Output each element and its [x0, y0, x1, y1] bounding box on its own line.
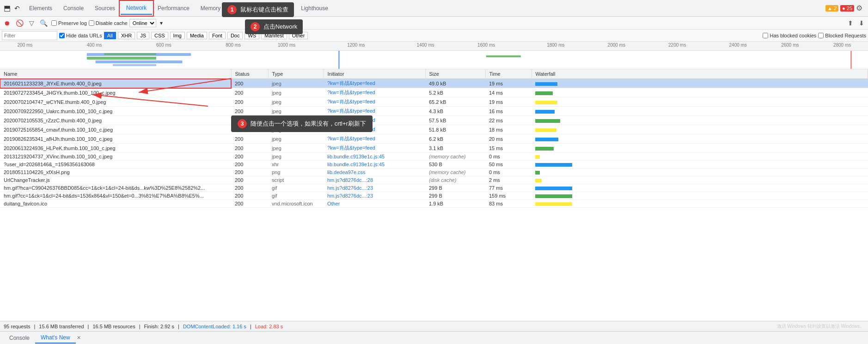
- cell-initiator: hm.js?d8276dc...:23: [324, 192, 425, 200]
- initiator-link[interactable]: ?kw=肖战&type=feed: [327, 90, 375, 95]
- col-time[interactable]: Time: [485, 69, 532, 79]
- initiator-link[interactable]: hm.js?d8276dc...:28: [327, 177, 373, 183]
- preserve-log-label[interactable]: Preserve log: [51, 20, 87, 26]
- filter-css-btn[interactable]: CSS: [151, 32, 168, 39]
- table-row[interactable]: 20190727233454_JHGYk.thumb.100_100_c.jpe…: [0, 88, 868, 97]
- table-row[interactable]: duitang_favicon.ico 200 vnd.microsoft.ic…: [0, 200, 868, 208]
- tooltip-1-text: 鼠标右键点击检查: [240, 6, 288, 13]
- cell-time: 15 ms: [485, 144, 532, 153]
- filter-js-btn[interactable]: JS: [137, 32, 149, 39]
- cell-status: 200: [231, 176, 268, 184]
- tooltip-3: 3 随便点击一个选项，如果没有，crtl+r刷新下: [231, 115, 373, 132]
- table-row[interactable]: 20131219204737_XVinc.thumb.100_100_c.jpe…: [0, 153, 868, 161]
- requests-count: 95 requests: [4, 324, 30, 329]
- table-row[interactable]: hm.gif?hca=C990426376BBD085&cc=1&ck=1&cl…: [0, 184, 868, 192]
- has-blocked-cookies-checkbox[interactable]: [763, 33, 768, 38]
- bottom-tab-console[interactable]: Console: [4, 333, 35, 343]
- cell-name: ?user_id=20268146&_=1596356163068: [0, 161, 231, 169]
- filter-media-btn[interactable]: Media: [187, 32, 207, 39]
- search-icon[interactable]: 🔍: [38, 18, 49, 28]
- table-row[interactable]: UrlChangeTracker.js 200 script hm.js?d82…: [0, 176, 868, 184]
- bottom-tab-close-icon[interactable]: ✕: [76, 335, 81, 341]
- col-status[interactable]: Status: [231, 69, 268, 79]
- cell-initiator: ?kw=肖战&type=feed: [324, 88, 425, 97]
- separator2: |: [88, 324, 89, 329]
- tab-network[interactable]: Network: [121, 2, 152, 15]
- network-throttle-select[interactable]: Online: [129, 19, 156, 27]
- hide-data-urls-label[interactable]: Hide data URLs: [59, 33, 102, 38]
- separator1: |: [34, 324, 35, 329]
- cell-initiator: lib.bundle.c9139e1c.js:45: [324, 153, 425, 161]
- disable-cache-label[interactable]: Disable cache: [89, 20, 128, 26]
- timeline-chart[interactable]: [0, 51, 868, 69]
- table-row[interactable]: ?user_id=20268146&_=1596356163068 200 xh…: [0, 161, 868, 169]
- cell-status: 200: [231, 79, 268, 88]
- table-row[interactable]: 20180511104226_xfXsH.png 200 png lib.ded…: [0, 169, 868, 176]
- has-blocked-cookies-label[interactable]: Has blocked cookies: [763, 33, 816, 38]
- cell-name: 20200709222950_Uakrc.thumb.100_100_c.jpe…: [0, 107, 231, 116]
- table-row[interactable]: 20200702105535_rZzzC.thumb.400_0.jpeg 20…: [0, 116, 868, 125]
- tab-elements[interactable]: Elements: [24, 2, 58, 14]
- network-toolbar: ⏺ 🚫 ▽ 🔍 Preserve log Disable cache Onlin…: [0, 17, 868, 30]
- col-name[interactable]: Name: [0, 69, 231, 79]
- col-waterfall[interactable]: Waterfall: [532, 69, 868, 79]
- filter-all-btn[interactable]: All: [104, 32, 116, 39]
- initiator-link[interactable]: ?kw=肖战&type=feed: [327, 99, 375, 104]
- hide-data-urls-checkbox[interactable]: [59, 33, 65, 38]
- initiator-link[interactable]: hm.js?d8276dc...:23: [327, 193, 373, 199]
- tab-sources[interactable]: Sources: [89, 2, 121, 14]
- blocked-requests-checkbox[interactable]: [818, 33, 824, 38]
- tab-lighthouse[interactable]: Lighthouse: [295, 2, 334, 14]
- initiator-link[interactable]: lib.dedea97e.css: [327, 169, 366, 175]
- resources-size: 16.5 MB resources: [92, 324, 135, 329]
- mark-600: 600 ms: [156, 42, 171, 48]
- cell-time: 0 ms: [485, 169, 532, 176]
- filter-doc-btn[interactable]: Doc: [227, 32, 243, 39]
- svg-rect-6: [486, 55, 521, 57]
- filter-img-btn[interactable]: Img: [170, 32, 185, 39]
- table-scroll[interactable]: Name Status Type Initiator Size Time Wat…: [0, 69, 868, 321]
- tab-console[interactable]: Console: [58, 2, 89, 14]
- filter-xhr-btn[interactable]: XHR: [118, 32, 135, 39]
- table-row[interactable]: hm.gif?cc=1&ck=1&cl=24-bit&ds=1536x864&v…: [0, 192, 868, 200]
- filter-input[interactable]: [2, 31, 57, 40]
- cell-initiator: ?kw=肖战&type=feed: [324, 144, 425, 153]
- tab-performance[interactable]: Performance: [152, 2, 195, 14]
- export-icon[interactable]: ⬇: [857, 18, 866, 28]
- table-row[interactable]: 20190826235341_afHJh.thumb.100_100_c.jpe…: [0, 134, 868, 144]
- table-row[interactable]: 20200709222950_Uakrc.thumb.100_100_c.jpe…: [0, 107, 868, 116]
- initiator-link[interactable]: ?kw=肖战&type=feed: [327, 80, 375, 86]
- table-row[interactable]: 20160211233238_JtYxE.thumb.400_0.jpeg 20…: [0, 79, 868, 88]
- cell-size: 57.5 kB: [425, 116, 485, 125]
- col-initiator[interactable]: Initiator: [324, 69, 425, 79]
- cell-waterfall: [532, 184, 868, 192]
- table-row[interactable]: 20200613224936_HLPeK.thumb.100_100_c.jpe…: [0, 144, 868, 153]
- settings-icon[interactable]: ⚙: [856, 4, 862, 12]
- initiator-link[interactable]: lib.bundle.c9139e1c.js:45: [327, 162, 385, 167]
- clear-icon[interactable]: 🚫: [14, 18, 25, 28]
- table-row[interactable]: 20200702104747_wCYNE.thumb.400_0.jpeg 20…: [0, 97, 868, 107]
- table-row[interactable]: 20190725165854_cmavf.thumb.100_100_c.jpe…: [0, 125, 868, 134]
- cell-type: vnd.microsoft.icon: [268, 200, 324, 208]
- cell-status: 200: [231, 192, 268, 200]
- import-icon[interactable]: ⬆: [846, 18, 855, 28]
- filter-font-btn[interactable]: Font: [209, 32, 226, 39]
- initiator-link[interactable]: ?kw=肖战&type=feed: [327, 136, 375, 141]
- filter-icon[interactable]: ▽: [27, 18, 36, 28]
- initiator-link[interactable]: Other: [327, 201, 340, 206]
- tooltip-1-badge: 1: [227, 5, 237, 14]
- initiator-link[interactable]: lib.bundle.c9139e1c.js:45: [327, 154, 385, 159]
- initiator-link[interactable]: ?kw=肖战&type=feed: [327, 108, 375, 114]
- col-size[interactable]: Size: [425, 69, 485, 79]
- blocked-requests-label[interactable]: Blocked Requests: [818, 33, 866, 38]
- col-type[interactable]: Type: [268, 69, 324, 79]
- disable-cache-checkbox[interactable]: [89, 20, 94, 26]
- mark-1600: 1600 ms: [477, 42, 495, 48]
- cell-waterfall: [532, 176, 868, 184]
- cell-size: 299 B: [425, 184, 485, 192]
- initiator-link[interactable]: hm.js?d8276dc...:23: [327, 185, 373, 191]
- initiator-link[interactable]: ?kw=肖战&type=feed: [327, 145, 375, 151]
- bottom-tab-whatsnew[interactable]: What's New: [35, 332, 76, 344]
- record-icon[interactable]: ⏺: [2, 18, 12, 28]
- preserve-log-checkbox[interactable]: [51, 20, 57, 26]
